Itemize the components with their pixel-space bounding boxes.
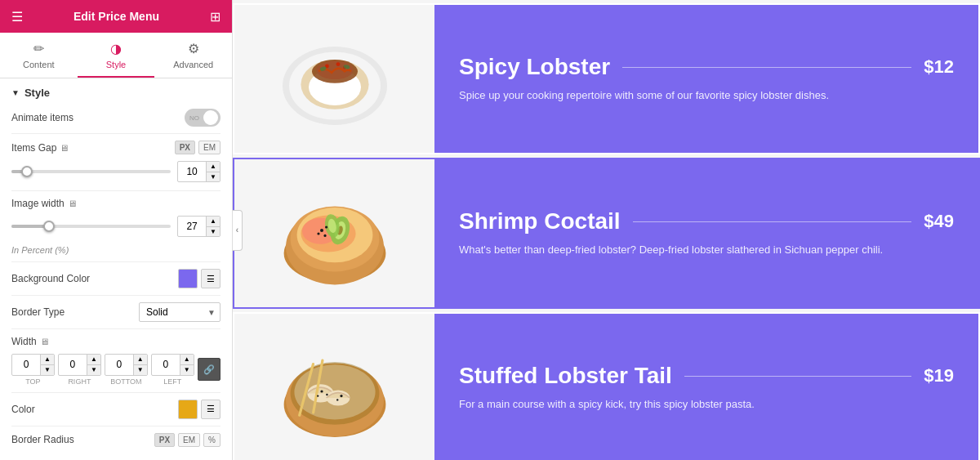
width-top-increment[interactable]: ▲: [41, 355, 54, 365]
animate-items-toggle[interactable]: NO: [185, 109, 220, 127]
items-gap-label: Items Gap 🖥: [11, 142, 69, 154]
width-top-btns: ▲ ▼: [40, 355, 54, 374]
width-right-input[interactable]: [59, 357, 87, 372]
item-title-row-2: Shrimp Coctail $49: [459, 208, 954, 234]
unit-px-button[interactable]: PX: [175, 141, 195, 154]
items-gap-row: Items Gap 🖥 PX EM: [11, 141, 220, 154]
monitor-icon: 🖥: [60, 143, 69, 153]
width-label: Width 🖥: [11, 336, 49, 347]
left-panel: ☰ Edit Price Menu ⊞ ✏ Content ◑ Style ⚙ …: [0, 0, 233, 460]
section-label: Style: [24, 87, 50, 99]
border-radius-units: PX EM %: [154, 433, 220, 447]
width-top-spinner: ▲ ▼: [11, 354, 55, 375]
grid-icon[interactable]: ⊞: [210, 9, 220, 25]
background-color-edit-button[interactable]: ☰: [201, 269, 220, 288]
width-left-decrement[interactable]: ▼: [180, 365, 194, 375]
border-radius-pct-btn[interactable]: %: [203, 433, 220, 447]
border-type-label: Border Type: [11, 306, 65, 318]
menu-item-image-1: [234, 5, 434, 153]
items-gap-thumb[interactable]: [21, 166, 33, 177]
divider-4: [11, 295, 220, 296]
image-width-track[interactable]: [11, 225, 171, 228]
item-description-2: What's better than deep-fried lobster? D…: [459, 243, 954, 257]
unit-em-button[interactable]: EM: [198, 141, 220, 154]
table-row[interactable]: Shrimp Coctail $49 What's better than de…: [233, 158, 980, 309]
color-label: Color: [11, 404, 35, 415]
width-top-wrap: ▲ ▼ TOP: [11, 354, 55, 385]
width-monitor-icon: 🖥: [40, 337, 49, 346]
divider-5: [11, 328, 220, 329]
items-gap-spinner-btns: ▲ ▼: [206, 162, 220, 181]
width-bottom-input[interactable]: [105, 357, 133, 372]
width-left-btns: ▲ ▼: [180, 355, 194, 374]
items-gap-increment[interactable]: ▲: [207, 162, 220, 172]
menu-item-content-1: Spicy Lobster $12 Spice up your cooking …: [434, 5, 978, 153]
image-width-thumb[interactable]: [43, 221, 55, 232]
image-width-increment[interactable]: ▲: [207, 217, 220, 227]
content-icon: ✏: [33, 41, 44, 56]
hamburger-icon[interactable]: ☰: [11, 9, 23, 25]
item-price-3: $19: [924, 365, 954, 386]
svg-point-24: [317, 232, 319, 234]
link-button[interactable]: 🔗: [198, 358, 220, 381]
width-bottom-label: BOTTOM: [110, 377, 141, 386]
section-header: ▼ Style: [11, 87, 220, 99]
border-inputs-row: ▲ ▼ TOP ▲ ▼ RIGHT: [11, 354, 220, 385]
items-gap-units: PX EM: [175, 141, 220, 154]
svg-point-7: [336, 62, 340, 66]
toggle-knob: [203, 110, 218, 125]
width-left-label: LEFT: [163, 377, 181, 386]
table-row[interactable]: Stuffed Lobster Tail $19 For a main cour…: [233, 312, 980, 460]
width-top-input[interactable]: [12, 357, 40, 372]
items-gap-track[interactable]: [11, 170, 171, 173]
divider-1: [11, 133, 220, 134]
items-gap-decrement[interactable]: ▼: [207, 172, 220, 182]
tab-style-label: Style: [106, 60, 126, 69]
table-row[interactable]: Spicy Lobster $12 Spice up your cooking …: [233, 3, 980, 154]
color-row: Color ☰: [11, 400, 220, 419]
border-type-select[interactable]: Solid None Dashed Dotted Double: [139, 302, 220, 322]
background-color-row: Background Color ☰: [11, 269, 220, 288]
width-bottom-increment[interactable]: ▲: [134, 355, 147, 365]
width-bottom-wrap: ▲ ▼ BOTTOM: [105, 354, 148, 385]
border-radius-px-btn[interactable]: PX: [154, 433, 175, 447]
animate-items-label: Animate items: [11, 112, 74, 123]
image-width-fill: [11, 225, 47, 228]
title-line-2: [633, 221, 912, 222]
width-right-spinner: ▲ ▼: [58, 354, 101, 375]
image-width-slider-row: ▲ ▼: [11, 216, 220, 237]
item-title-3: Stuffed Lobster Tail: [459, 363, 672, 389]
width-top-decrement[interactable]: ▼: [41, 365, 54, 375]
border-type-row: Border Type Solid None Dashed Dotted Dou…: [11, 302, 220, 322]
chevron-down-icon: ▼: [11, 88, 20, 97]
menu-item-image-2: [234, 159, 434, 307]
image-width-decrement[interactable]: ▼: [207, 227, 220, 237]
svg-point-35: [326, 393, 327, 395]
tab-content[interactable]: ✏ Content: [0, 33, 78, 78]
width-right-wrap: ▲ ▼ RIGHT: [58, 354, 101, 385]
border-type-select-wrap: Solid None Dashed Dotted Double ▼: [139, 302, 220, 322]
width-right-increment[interactable]: ▲: [87, 355, 100, 365]
border-radius-em-btn[interactable]: EM: [178, 433, 200, 447]
width-bottom-decrement[interactable]: ▼: [134, 365, 147, 375]
svg-point-25: [323, 234, 326, 236]
image-width-spinner: ▲ ▼: [177, 216, 220, 237]
style-icon: ◑: [110, 41, 122, 56]
items-gap-spinner: ▲ ▼: [177, 161, 220, 182]
width-left-input[interactable]: [152, 357, 180, 372]
menu-item-content-2: Shrimp Coctail $49 What's better than de…: [434, 159, 978, 307]
items-gap-input[interactable]: [178, 164, 206, 179]
title-line-1: [622, 67, 911, 68]
background-color-swatch[interactable]: [178, 269, 198, 288]
width-section: Width 🖥 ▲ ▼ TOP: [11, 336, 220, 385]
color-swatch[interactable]: [178, 400, 198, 419]
width-left-increment[interactable]: ▲: [180, 355, 194, 365]
width-right-decrement[interactable]: ▼: [87, 365, 100, 375]
tab-advanced[interactable]: ⚙ Advanced: [154, 33, 232, 78]
image-width-input[interactable]: [178, 219, 206, 234]
collapse-handle[interactable]: ‹: [233, 210, 243, 251]
background-color-swatch-wrap: ☰: [178, 269, 220, 288]
tab-advanced-label: Advanced: [173, 60, 213, 69]
color-edit-button[interactable]: ☰: [201, 400, 220, 419]
tab-style[interactable]: ◑ Style: [78, 33, 155, 78]
